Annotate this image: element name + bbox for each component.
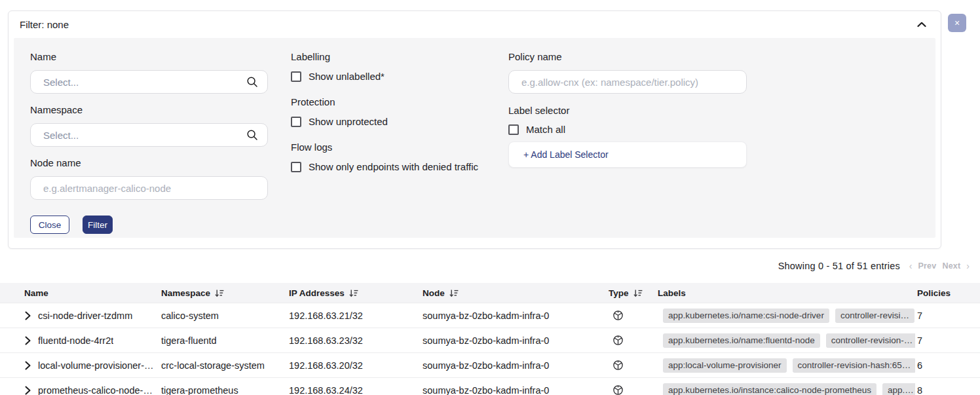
show-unlabelled-checkbox[interactable] <box>291 71 301 82</box>
endpoint-policies-count: 7 <box>915 335 980 346</box>
column-header-ip-addresses[interactable]: IP Addresses <box>289 288 423 298</box>
label-chip: app.kubernetes.io/instance:calico-node-p… <box>663 383 876 395</box>
chevron-right-icon <box>25 336 31 345</box>
endpoint-namespace: tigera-prometheus <box>161 385 289 395</box>
label-chip: controller-revision-… <box>826 333 915 348</box>
name-select[interactable] <box>30 70 268 94</box>
sort-icon <box>633 289 643 297</box>
label-chip: app.… <box>882 383 915 395</box>
show-denied-traffic-label: Show only endpoints with denied traffic <box>309 161 478 172</box>
sort-icon <box>449 289 459 297</box>
filter-collapse-button[interactable] <box>916 20 928 29</box>
show-unlabelled-label: Show unlabelled* <box>309 71 385 82</box>
row-expand-button[interactable] <box>25 311 31 320</box>
endpoint-namespace: calico-system <box>161 310 289 321</box>
endpoint-namespace: tigera-fluentd <box>161 335 289 346</box>
endpoints-table: Name Namespace IP Addresses Node <box>0 283 980 395</box>
row-expand-button[interactable] <box>25 386 31 395</box>
endpoint-node: soumya-bz-0zbo-kadm-infra-0 <box>423 335 609 346</box>
column-header-name[interactable]: Name <box>0 288 161 298</box>
endpoint-ip: 192.168.63.24/32 <box>289 385 423 395</box>
endpoint-type <box>609 335 658 346</box>
show-unprotected-label: Show unprotected <box>309 116 388 127</box>
endpoint-ip: 192.168.63.21/32 <box>289 310 423 321</box>
endpoint-name: prometheus-calico-node-… <box>38 385 153 395</box>
column-header-policies[interactable]: Policies <box>915 288 980 298</box>
table-row[interactable]: prometheus-calico-node-… tigera-promethe… <box>0 377 980 395</box>
match-all-label: Match all <box>526 124 565 135</box>
row-expand-button[interactable] <box>25 336 31 345</box>
chevron-right-icon <box>25 361 31 370</box>
endpoint-name: local-volume-provisioner-… <box>38 360 153 371</box>
filter-form: Name Namespace Node name <box>14 38 935 238</box>
label-selector-group-label: Label selector <box>508 105 747 116</box>
node-name-field-label: Node name <box>30 157 268 168</box>
label-chip: app:local-volume-provisioner <box>663 358 787 373</box>
endpoint-node: soumya-bz-0zbo-kadm-infra-0 <box>423 310 609 321</box>
policy-name-input[interactable] <box>521 77 737 88</box>
endpoint-labels: app.kubernetes.io/name:fluentd-node cont… <box>658 333 915 348</box>
show-unprotected-row: Show unprotected <box>291 116 494 127</box>
column-header-labels[interactable]: Labels <box>658 288 915 298</box>
endpoint-node: soumya-bz-0zbo-kadm-infra-0 <box>423 360 609 371</box>
endpoint-name: csi-node-driver-tzdmm <box>38 310 132 321</box>
endpoint-labels: app.kubernetes.io/name:csi-node-driver c… <box>658 309 915 323</box>
label-chip: controller-revision-hash:65… <box>793 358 915 373</box>
prev-chevron-icon[interactable]: ‹ <box>909 261 913 271</box>
endpoint-labels: app.kubernetes.io/instance:calico-node-p… <box>658 383 915 395</box>
match-all-row: Match all <box>508 124 747 135</box>
show-denied-traffic-checkbox[interactable] <box>291 162 301 172</box>
panel-close-button[interactable]: × <box>948 14 966 32</box>
filter-form-column-1: Name Namespace Node name <box>30 51 268 238</box>
protection-group-label: Protection <box>291 96 494 107</box>
endpoint-node: soumya-bz-0zbo-kadm-infra-0 <box>423 385 609 395</box>
chevron-right-icon <box>25 386 31 395</box>
pagination-bar: Showing 0 - 51 of 51 entries ‹ Prev Next… <box>778 261 970 271</box>
column-header-namespace[interactable]: Namespace <box>161 288 289 298</box>
endpoint-name: fluentd-node-4rr2t <box>38 335 113 346</box>
name-field-label: Name <box>30 51 268 62</box>
sort-icon <box>215 289 224 297</box>
show-unprotected-checkbox[interactable] <box>291 117 301 127</box>
table-header-row: Name Namespace IP Addresses Node <box>0 283 980 303</box>
row-expand-button[interactable] <box>25 361 31 370</box>
match-all-checkbox[interactable] <box>508 124 519 135</box>
endpoint-type <box>609 385 658 395</box>
sort-icon <box>349 289 358 297</box>
table-row[interactable]: csi-node-driver-tzdmm calico-system 192.… <box>0 303 980 328</box>
namespace-select[interactable] <box>30 123 268 147</box>
endpoint-type <box>609 360 658 371</box>
node-name-input[interactable] <box>43 183 258 194</box>
column-header-node[interactable]: Node <box>423 288 609 298</box>
close-button[interactable]: Close <box>30 216 69 234</box>
endpoint-ip: 192.168.63.20/32 <box>289 360 423 371</box>
pod-icon <box>612 335 624 346</box>
chevron-up-icon <box>917 22 926 28</box>
entries-count: Showing 0 - 51 of 51 entries <box>778 261 900 271</box>
filter-actions: Close Filter <box>30 216 268 234</box>
node-name-field[interactable] <box>30 176 268 200</box>
show-denied-traffic-row: Show only endpoints with denied traffic <box>291 161 494 172</box>
prev-page-button[interactable]: Prev <box>918 261 937 271</box>
labelling-group-label: Labelling <box>291 51 494 62</box>
table-row[interactable]: local-volume-provisioner-… crc-local-sto… <box>0 352 980 377</box>
next-chevron-icon[interactable]: › <box>966 261 970 271</box>
namespace-select-input[interactable] <box>43 130 246 141</box>
endpoint-policies-count: 6 <box>915 360 980 371</box>
add-label-selector-button[interactable]: + Add Label Selector <box>508 141 747 168</box>
label-chip: app.kubernetes.io/name:fluentd-node <box>663 333 820 348</box>
table-row[interactable]: fluentd-node-4rr2t tigera-fluentd 192.16… <box>0 328 980 352</box>
filter-panel: Filter: none Name Namespace <box>8 10 941 249</box>
chevron-right-icon <box>25 311 31 320</box>
namespace-field-label: Namespace <box>30 104 268 115</box>
endpoint-namespace: crc-local-storage-system <box>161 360 289 371</box>
filter-button[interactable]: Filter <box>83 216 113 234</box>
search-icon <box>246 76 258 88</box>
policy-name-field[interactable] <box>508 70 747 94</box>
column-header-type[interactable]: Type <box>609 288 658 298</box>
name-select-input[interactable] <box>43 77 246 88</box>
endpoint-labels: app:local-volume-provisioner controller-… <box>658 358 915 373</box>
endpoint-ip: 192.168.63.23/32 <box>289 335 423 346</box>
pod-icon <box>612 310 624 321</box>
next-page-button[interactable]: Next <box>942 261 960 271</box>
